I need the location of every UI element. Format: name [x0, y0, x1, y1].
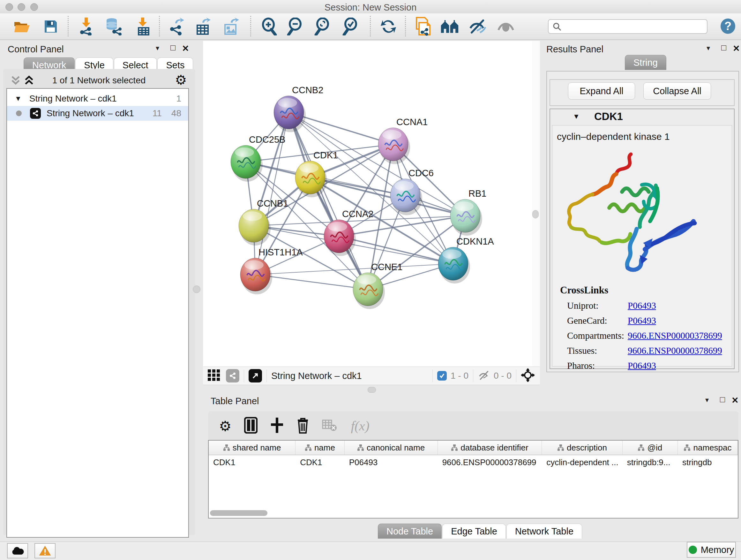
memory-button[interactable]: Memory — [687, 542, 736, 558]
network-node-CDC6[interactable]: CDC6 — [390, 168, 434, 215]
function-builder-icon[interactable]: f(x) — [351, 418, 369, 434]
help-icon[interactable]: ? — [721, 18, 735, 34]
warnings-button[interactable] — [35, 543, 56, 558]
open-in-window-icon[interactable] — [249, 369, 262, 382]
table-gear-icon[interactable]: ⚙ — [219, 418, 231, 434]
node-label: CCNE1 — [371, 262, 402, 272]
warning-icon — [39, 545, 51, 556]
selected-checkbox-icon[interactable] — [437, 371, 447, 381]
import-network-from-database-icon[interactable] — [104, 17, 122, 36]
show-columns-icon[interactable] — [244, 417, 258, 435]
selected-counts: 1 - 0 — [451, 371, 468, 381]
collection-count: 1 — [176, 94, 181, 104]
bottom-splitter-handle[interactable] — [367, 387, 376, 393]
zoom-selected-icon[interactable] — [341, 17, 360, 36]
table-horizontal-scrollbar[interactable] — [210, 510, 736, 516]
table-row[interactable]: CDK1CDK1P064939606.ENSP00000378699cyclin… — [209, 455, 738, 469]
birds-eye-view-icon[interactable] — [207, 369, 220, 382]
apply-layout-icon[interactable] — [379, 17, 398, 36]
control-panel-title: Control Panel — [8, 44, 64, 55]
left-splitter-handle[interactable] — [193, 286, 200, 293]
column-header-shared-name[interactable]: shared name — [209, 441, 295, 455]
add-column-icon[interactable] — [270, 417, 284, 435]
expand-all-button[interactable]: Expand All — [568, 82, 635, 100]
crosslink-value[interactable]: 9606.ENSP00000378699 — [628, 346, 722, 356]
network-node-count: 11 — [152, 108, 162, 118]
network-node-HIST1H1A[interactable]: HIST1H1A — [240, 247, 303, 294]
column-header-@id[interactable]: @id — [623, 441, 678, 455]
column-header-name[interactable]: name — [295, 441, 344, 455]
column-header-label: shared name — [232, 443, 281, 453]
zoom-in-icon[interactable] — [260, 17, 278, 36]
save-session-icon[interactable] — [42, 17, 60, 36]
control-panel-maximize-icon[interactable]: □ — [171, 43, 176, 53]
delete-column-icon[interactable] — [296, 417, 309, 435]
zoom-fit-icon[interactable] — [313, 17, 332, 36]
import-table-icon[interactable] — [134, 17, 152, 36]
fit-content-crosshair-icon[interactable] — [521, 368, 535, 383]
string-tab-icon[interactable] — [226, 369, 239, 382]
results-panel-close-icon[interactable]: ✕ — [733, 44, 740, 54]
tab-edge-table[interactable]: Edge Table — [442, 523, 506, 539]
main-toolbar: ? — [0, 13, 741, 40]
tab-network-table[interactable]: Network Table — [507, 523, 582, 539]
network-node-CCNA1[interactable]: CCNA1 — [378, 117, 428, 164]
node-table: shared namenamecanonical namedatabase id… — [208, 440, 738, 518]
crosslink-value[interactable]: P06493 — [628, 361, 656, 371]
collapse-all-button[interactable]: Collapse All — [643, 82, 711, 100]
hide-selected-icon[interactable] — [469, 17, 488, 36]
collection-expander-icon[interactable]: ▼ — [15, 95, 22, 103]
memory-label: Memory — [701, 545, 734, 555]
export-image-icon[interactable] — [222, 17, 241, 36]
network-graph[interactable]: CCNB2CCNA1CDC25BCDK1CDC6RB1CCNB1CCNA2CDK… — [203, 41, 532, 367]
column-header-namespac[interactable]: namespac — [678, 441, 738, 455]
network-name: String Network – cdk1 — [47, 108, 152, 118]
import-network-icon[interactable] — [77, 17, 95, 36]
network-node-CDKN1A[interactable]: CDKN1A — [438, 236, 494, 284]
cloud-status-button[interactable] — [7, 543, 28, 558]
first-neighbors-icon[interactable] — [441, 17, 459, 36]
column-header-label: canonical name — [367, 443, 425, 453]
column-header-description[interactable]: description — [542, 441, 622, 455]
node-label: CDC6 — [408, 168, 434, 178]
table-body: CDK1CDK1P064939606.ENSP00000378699cyclin… — [209, 455, 738, 469]
table-panel-close-icon[interactable]: ✕ — [731, 395, 739, 406]
network-node-RB1[interactable]: RB1 — [450, 188, 486, 236]
zoom-out-icon[interactable] — [286, 17, 305, 36]
export-network-icon[interactable] — [167, 17, 186, 36]
column-header-canonical-name[interactable]: canonical name — [345, 441, 438, 455]
scrollbar-thumb[interactable] — [210, 510, 267, 516]
expand-all-networks-icon[interactable] — [24, 75, 34, 87]
tab-node-table[interactable]: Node Table — [378, 523, 442, 539]
results-panel-maximize-icon[interactable]: □ — [721, 43, 726, 53]
network-node-CCNB2[interactable]: CCNB2 — [274, 85, 323, 132]
search-input[interactable] — [561, 21, 700, 32]
node-label: CDK1 — [313, 150, 338, 160]
network-collection-row[interactable]: ▼ String Network – cdk1 1 — [7, 89, 188, 106]
delete-table-icon[interactable] — [322, 419, 337, 433]
open-session-icon[interactable] — [13, 17, 31, 36]
network-node-CCNB1[interactable]: CCNB1 — [239, 198, 288, 246]
network-row[interactable]: String Network – cdk1 11 48 — [7, 106, 188, 121]
hidden-eye-icon[interactable] — [478, 370, 490, 382]
table-panel-maximize-icon[interactable]: □ — [720, 395, 725, 405]
results-panel-float-icon[interactable]: ▾ — [706, 44, 710, 52]
crosslink-value[interactable]: P06493 — [628, 315, 656, 326]
search-field[interactable] — [548, 19, 708, 34]
crosslink-value[interactable]: P06493 — [628, 300, 656, 311]
network-view-canvas[interactable]: CCNB2CCNA1CDC25BCDK1CDC6RB1CCNB1CCNA2CDK… — [203, 41, 532, 367]
network-options-gear-icon[interactable]: ⚙ — [175, 72, 187, 88]
export-table-icon[interactable] — [194, 17, 212, 36]
control-panel-close-icon[interactable]: ✕ — [182, 44, 189, 54]
crosslink-value[interactable]: 9606.ENSP00000378699 — [628, 330, 722, 341]
right-splitter-handle[interactable] — [532, 210, 539, 219]
cdk1-expander-icon[interactable]: ▼ — [573, 112, 580, 121]
column-header-database-identifier[interactable]: database identifier — [438, 441, 542, 455]
tab-string[interactable]: String — [625, 55, 666, 70]
collapse-all-networks-icon[interactable] — [11, 75, 20, 87]
column-header-label: namespac — [693, 443, 731, 453]
clone-network-icon[interactable] — [414, 17, 432, 36]
control-panel-float-icon[interactable]: ▾ — [156, 44, 159, 52]
show-all-icon[interactable] — [496, 17, 515, 36]
table-panel-float-icon[interactable]: ▾ — [705, 396, 709, 404]
